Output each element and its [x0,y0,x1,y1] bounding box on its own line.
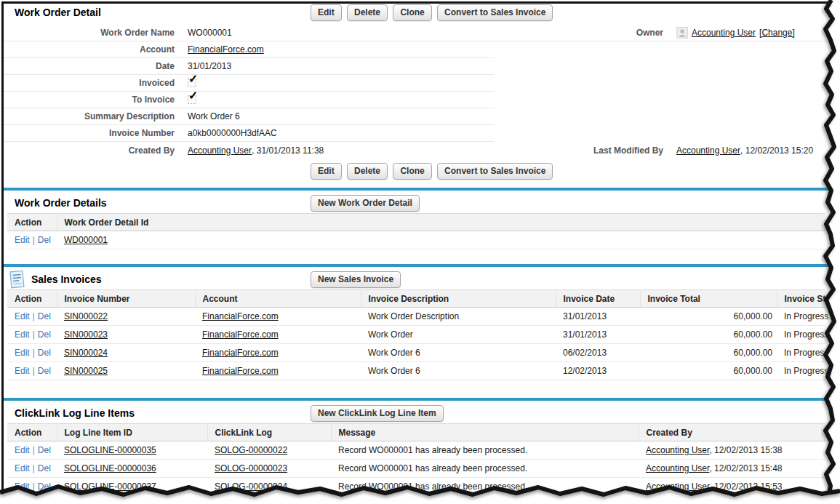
delete-button[interactable]: Delete [347,4,388,21]
row-del-link[interactable]: Del [38,329,51,340]
convert-to-sales-invoice-button[interactable]: Convert to Sales Invoice [437,4,553,21]
row-edit-link[interactable]: Edit [15,445,30,455]
action-separator: | [33,445,35,455]
created-by-user-link[interactable]: Accounting User [188,145,252,156]
invoice-number-value: a0kb0000000H3dfAAC [175,128,277,138]
table-row: Edit|Del WD000001 [7,231,825,249]
edit-button[interactable]: Edit [311,4,342,21]
invoice-document-icon [9,271,25,292]
field-row: Date 31/01/2013 [4,58,829,75]
clicklink-log-line-items-section: ClickLink Log Line Items New ClickLink L… [4,398,829,496]
invoice-date-cell: 12/02/2013 [556,362,640,380]
last-modified-by-label: Last Modified By [495,145,663,156]
created-by-datetime: , 31/01/2013 11:38 [252,145,324,156]
column-header-message: Message [331,424,639,441]
clicklink-log-link[interactable]: SOLOG-00000022 [215,445,287,455]
row-del-link[interactable]: Del [38,348,51,358]
invoice-date-cell: 31/01/2013 [556,308,640,326]
to-invoice-checkbox: ✓ [188,95,196,104]
row-del-link[interactable]: Del [38,463,51,473]
invoice-description-cell: Work Order 6 [361,344,556,362]
owner-user-link[interactable]: Accounting User [692,28,756,38]
new-sales-invoice-button[interactable]: New Sales Invoice [311,271,401,288]
account-label: Account [4,44,175,55]
created-by-datetime: , 12/02/2013 15:38 [709,445,782,455]
table-header-row: Action Work Order Detail Id [7,214,825,231]
created-by-user-link[interactable]: Accounting User [646,445,709,455]
invoice-number-link[interactable]: SIN000024 [64,348,108,358]
invoice-status-cell: In Progress [777,308,825,326]
row-del-link[interactable]: Del [38,366,51,376]
column-header-account: Account [195,290,361,308]
row-del-link[interactable]: Del [38,445,51,455]
edit-button[interactable]: Edit [311,163,342,180]
invoiced-checkbox: ✓ [188,79,196,87]
account-link[interactable]: FinancialForce.com [188,44,264,55]
column-header-work-order-detail-id: Work Order Detail Id [57,214,825,231]
column-header-invoice-status: Invoice Status [777,290,825,308]
work-order-name-label: Work Order Name [4,28,175,38]
action-separator: | [33,366,35,376]
invoice-status-cell: In Progress [777,326,825,344]
torn-edge-bottom [0,482,840,504]
work-order-details-section: Work Order Details New Work Order Detail… [4,188,829,249]
message-cell: Record WO000001 has already been process… [331,441,639,460]
invoice-description-cell: Work Order Description [361,308,556,326]
invoice-description-cell: Work Order 6 [361,362,556,380]
clicklink-log-link[interactable]: SOLOG-00000023 [215,463,287,473]
new-clicklink-log-line-item-button[interactable]: New ClickLink Log Line Item [311,405,444,422]
column-header-invoice-date: Invoice Date [556,290,640,308]
account-link[interactable]: FinancialForce.com [202,311,279,321]
row-edit-link[interactable]: Edit [15,329,30,340]
delete-button[interactable]: Delete [347,163,388,180]
clone-button[interactable]: Clone [393,4,431,21]
field-row: Created By Accounting User , 31/01/2013 … [4,142,829,159]
invoice-total-cell: 60,000.00 [640,308,777,326]
to-invoice-label: To Invoice [4,95,175,105]
row-edit-link[interactable]: Edit [15,366,30,376]
row-del-link[interactable]: Del [38,311,51,321]
column-header-invoice-total: Invoice Total [640,290,777,308]
date-value: 31/01/2013 [175,61,231,71]
invoiced-label: Invoiced [4,78,175,88]
invoice-number-link[interactable]: SIN000022 [64,311,108,321]
row-edit-link[interactable]: Edit [15,463,30,473]
clone-button[interactable]: Clone [393,163,431,180]
sales-invoices-section: Sales Invoices New Sales Invoice Action … [4,264,829,380]
row-edit-link[interactable]: Edit [15,235,30,245]
invoice-total-cell: 60,000.00 [640,344,777,362]
new-work-order-detail-button[interactable]: New Work Order Detail [311,195,420,212]
last-modified-by-datetime: , 12/02/2013 15:20 [740,145,813,156]
work-order-detail-id-link[interactable]: WD000001 [64,235,108,245]
account-link[interactable]: FinancialForce.com [202,348,279,358]
work-order-details-table: Action Work Order Detail Id Edit|Del WD0… [7,213,825,249]
owner-change-link[interactable]: [Change] [759,28,795,38]
row-edit-link[interactable]: Edit [15,348,30,358]
last-modified-by-user-link[interactable]: Accounting User [676,145,740,156]
column-header-invoice-description: Invoice Description [361,290,556,308]
field-row: Invoice Number a0kb0000000H3dfAAC [4,125,829,142]
column-header-action: Action [7,290,57,308]
message-cell: Record WO000001 has already been process… [331,460,639,478]
table-row: Edit|Del SIN000022 FinancialForce.com Wo… [7,308,825,326]
clicklink-log-line-items-title: ClickLink Log Line Items [15,407,135,419]
account-link[interactable]: FinancialForce.com [202,366,279,376]
created-by-user-link[interactable]: Accounting User [646,463,709,473]
account-link[interactable]: FinancialForce.com [202,329,279,340]
log-line-item-id-link[interactable]: SOLOGLINE-00000036 [64,463,156,473]
created-by-label: Created By [4,145,175,156]
log-line-item-id-link[interactable]: SOLOGLINE-00000035 [64,445,156,455]
convert-to-sales-invoice-button[interactable]: Convert to Sales Invoice [437,163,553,180]
work-order-name-value: WO000001 [175,28,232,38]
table-row: Edit|Del SIN000024 FinancialForce.com Wo… [7,344,825,362]
field-row: Work Order Name WO000001 Owner Accountin… [4,25,829,41]
column-header-created-by: Created By [639,424,825,441]
row-del-link[interactable]: Del [38,235,51,245]
invoice-number-link[interactable]: SIN000023 [64,329,108,340]
sales-invoices-table: Action Invoice Number Account Invoice De… [7,289,825,380]
table-row: Edit|Del SIN000023 FinancialForce.com Wo… [7,326,825,344]
row-edit-link[interactable]: Edit [15,311,30,321]
action-separator: | [33,463,35,473]
invoice-total-cell: 60,000.00 [640,362,777,380]
invoice-number-link[interactable]: SIN000025 [64,366,108,376]
